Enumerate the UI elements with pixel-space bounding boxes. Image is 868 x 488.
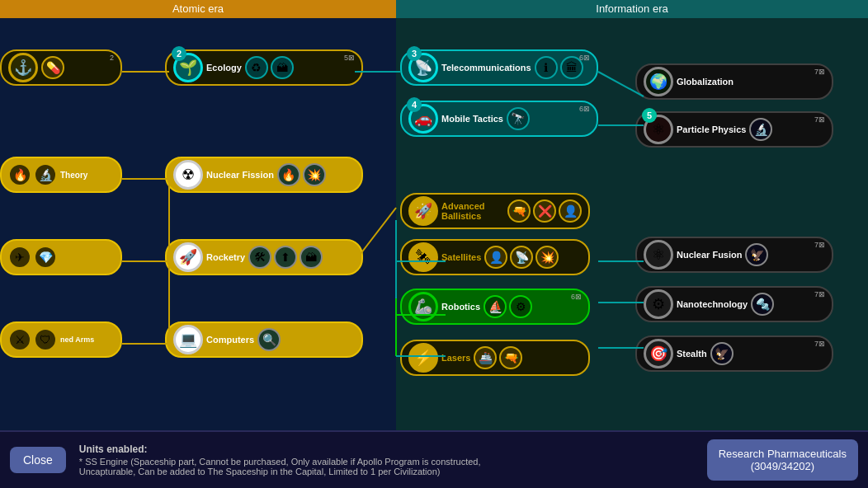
atomic-section: ⚓ 💊 2 2 🌱 Ecology ♻ 🏔 5⊠ 🔥 🔬 Theory <box>0 18 396 430</box>
trained-arms-node[interactable]: ⚔ 🛡 ned Arms <box>0 321 122 358</box>
pharma-icons: 💊 <box>41 56 64 79</box>
nuclear-fusion-node[interactable]: ⚛ Nuclear Fusion 🦅 7⊠ <box>635 237 833 273</box>
nano-circle: ⚙ <box>644 289 673 319</box>
rocketry-circle: 🚀 <box>173 242 203 272</box>
robotics-node[interactable]: 🦾 Robotics ⛵ ⚙ 6⊠ <box>400 289 590 325</box>
mobile-cost: 6⊠ <box>579 105 590 113</box>
robotics-label: Robotics <box>441 302 480 312</box>
particle-physics-node[interactable]: 5 ⚛ Particle Physics 🔬 7⊠ <box>635 111 833 148</box>
units-enabled-text: * SS Engine (Spaceship part, Cannot be p… <box>79 457 694 476</box>
globalization-node[interactable]: 🌍 Globalization 7⊠ <box>635 63 833 100</box>
units-enabled-title: Units enabled: <box>79 443 694 455</box>
telecom-cost: 6⊠ <box>579 54 590 62</box>
ecology-label: Ecology <box>206 63 242 73</box>
fusion-label: Nuclear Fusion <box>677 250 742 260</box>
research-button[interactable]: Research Pharmaceuticals(3049/34202) <box>707 439 858 481</box>
particle-num: 5 <box>642 108 657 123</box>
rocketry-label: Rocketry <box>206 252 245 262</box>
ecology-node[interactable]: 2 🌱 Ecology ♻ 🏔 5⊠ <box>165 49 363 86</box>
satellites-circle: 🛰 <box>408 242 438 272</box>
robotics-cost: 6⊠ <box>571 293 582 301</box>
globalization-label: Globalization <box>677 77 734 87</box>
mobile-num: 4 <box>407 97 422 112</box>
advanced-ballistics-node[interactable]: 🚀 Advanced Ballistics 🔫 ❌ 👤 <box>400 193 590 229</box>
satellites-node[interactable]: 🛰 Satellites 👤 📡 💥 <box>400 239 590 275</box>
mobile-tactics-node[interactable]: 4 🚗 Mobile Tactics 🔭 6⊠ <box>400 101 598 137</box>
pharma-cost: 2 <box>110 54 114 62</box>
stealth-node[interactable]: 🎯 Stealth 🦅 7⊠ <box>635 336 833 372</box>
ballistics-circle: 🚀 <box>408 196 438 226</box>
computers-node[interactable]: 💻 Computers 🔍 <box>165 321 363 358</box>
stealth-label: Stealth <box>677 349 707 359</box>
fusion-cost: 7⊠ <box>814 241 825 249</box>
computers-circle: 💻 <box>173 325 203 354</box>
lasers-circle: ⚡ <box>408 343 438 373</box>
close-button[interactable]: Close <box>10 447 66 473</box>
ecology-num: 2 <box>172 46 186 61</box>
pharmaceuticals-node[interactable]: ⚓ 💊 2 <box>0 49 122 86</box>
stealth-cost: 7⊠ <box>814 340 825 348</box>
atomic-era-label: Atomic era <box>0 0 396 18</box>
globalization-cost: 7⊠ <box>814 68 825 76</box>
era-header-bar: Atomic era Information era <box>0 0 868 18</box>
telecom-num: 3 <box>407 46 422 61</box>
stealth-circle: 🎯 <box>644 339 673 368</box>
particle-label: Particle Physics <box>677 124 746 134</box>
bottom-info: Units enabled: * SS Engine (Spaceship pa… <box>79 443 694 476</box>
telecom-label: Telecommunications <box>441 63 531 73</box>
fusion-circle: ⚛ <box>644 240 673 270</box>
nano-cost: 7⊠ <box>814 290 825 298</box>
rocketry-left-node[interactable]: ✈ 💎 <box>0 239 122 275</box>
rocketry-node[interactable]: 🚀 Rocketry 🛠 ⬆ 🏔 <box>165 239 363 275</box>
info-section: 3 📡 Telecommunications ℹ 🏛 6⊠ 4 🚗 Mobile… <box>396 18 868 430</box>
fission-label: Nuclear Fission <box>206 170 274 180</box>
robotics-circle: 🦾 <box>408 292 438 321</box>
particle-cost: 7⊠ <box>814 115 825 124</box>
lasers-node[interactable]: ⚡ Lasers 🚢 🔫 <box>400 340 590 376</box>
fission-circle: ☢ <box>173 160 203 190</box>
trained-arms-label: ned Arms <box>60 336 94 344</box>
ballistics-label: Advanced Ballistics <box>441 201 504 221</box>
mobile-label: Mobile Tactics <box>441 114 503 124</box>
ecology-cost: 5⊠ <box>344 54 355 62</box>
bottom-bar: Close Units enabled: * SS Engine (Spaces… <box>0 430 868 488</box>
lasers-label: Lasers <box>441 353 470 363</box>
computers-label: Computers <box>206 335 254 345</box>
nano-label: Nanotechnology <box>677 299 748 309</box>
satellites-label: Satellites <box>441 252 481 262</box>
telecom-node[interactable]: 3 📡 Telecommunications ℹ 🏛 6⊠ <box>400 49 598 86</box>
nanotechnology-node[interactable]: ⚙ Nanotechnology 🔩 7⊠ <box>635 286 833 322</box>
nuclear-fission-node[interactable]: ☢ Nuclear Fission 🔥 💥 <box>165 157 363 193</box>
quantum-theory-node[interactable]: 🔥 🔬 Theory <box>0 157 122 193</box>
quantum-label: Theory <box>60 171 87 180</box>
pharma-icon: ⚓ <box>8 53 38 82</box>
globalization-circle: 🌍 <box>644 67 673 96</box>
information-era-label: Information era <box>396 0 868 18</box>
